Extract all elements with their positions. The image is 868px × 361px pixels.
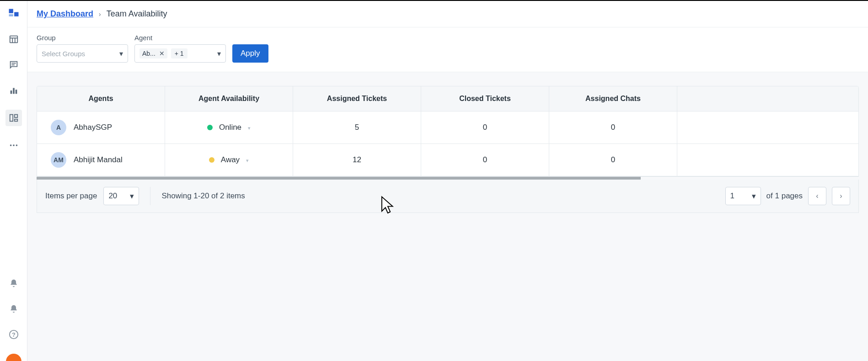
svg-rect-0 [9, 9, 13, 13]
notification-bell-icon-2[interactable] [7, 303, 20, 315]
items-per-page-select[interactable]: 20 [103, 187, 139, 205]
main-content: My Dashboard › Team Availability Group S… [27, 1, 868, 361]
agent-chip-remove[interactable]: ✕ [159, 50, 165, 57]
th-agents: Agents [37, 86, 165, 111]
cell-assigned-chats: 0 [549, 111, 677, 143]
more-nav-icon[interactable] [7, 139, 20, 152]
chevron-left-icon: ‹ [816, 192, 818, 200]
chat-nav-icon[interactable] [7, 58, 20, 71]
svg-text:?: ? [12, 331, 16, 338]
analytics-nav-icon[interactable] [7, 84, 20, 97]
board-nav-icon[interactable] [5, 110, 22, 126]
svg-rect-13 [14, 115, 17, 117]
cell-spacer [677, 111, 858, 143]
agent-chip: Ab... ✕ [139, 48, 167, 58]
svg-point-15 [10, 144, 11, 146]
of-pages-text: of 1 pages [766, 191, 803, 201]
avatar: AM [51, 152, 66, 168]
showing-text: Showing 1-20 of 2 items [161, 191, 245, 201]
help-icon[interactable]: ? [7, 328, 20, 341]
agent-filter-label: Agent [134, 34, 226, 42]
chevron-down-icon [217, 49, 221, 58]
status-select[interactable]: Online [207, 123, 251, 132]
svg-rect-3 [10, 36, 17, 43]
breadcrumb: My Dashboard › Team Availability [27, 1, 868, 27]
divider [150, 187, 150, 205]
next-page-button[interactable]: › [832, 187, 850, 205]
svg-rect-1 [14, 12, 18, 16]
cell-spacer [677, 144, 858, 176]
cell-assigned-tickets: 12 [293, 144, 421, 176]
chevron-right-icon: › [99, 11, 101, 18]
table-row: AM Abhijit Mandal Away 12 0 0 [37, 144, 858, 176]
notification-bell-icon[interactable] [7, 277, 20, 290]
agent-select[interactable]: Ab... ✕ + 1 [134, 44, 226, 63]
table-row: A AbhaySGP Online 5 0 0 [37, 111, 858, 144]
cell-assigned-tickets: 5 [293, 111, 421, 143]
th-availability: Agent Availability [165, 86, 293, 111]
status-select[interactable]: Away [209, 155, 249, 165]
agent-name: Abhijit Mandal [74, 155, 123, 165]
chevron-down-icon [119, 49, 123, 58]
chevron-down-icon [248, 123, 251, 132]
status-label: Away [221, 155, 240, 165]
app-logo-icon[interactable] [7, 7, 20, 20]
cell-availability: Online [165, 111, 293, 143]
breadcrumb-dashboard-link[interactable]: My Dashboard [37, 9, 93, 19]
group-filter-label: Group [37, 34, 128, 42]
agent-chip-extra: + 1 [171, 48, 188, 58]
th-spacer [677, 86, 858, 111]
status-dot-icon [207, 125, 213, 130]
page-number-value: 1 [730, 191, 734, 201]
left-sidebar: ? [0, 1, 27, 361]
svg-rect-11 [15, 90, 17, 94]
svg-rect-10 [13, 88, 15, 94]
chevron-right-icon: › [840, 192, 842, 200]
svg-point-16 [13, 144, 15, 146]
chevron-down-icon [246, 155, 249, 165]
user-avatar-icon[interactable] [6, 354, 21, 361]
agents-table: Agents Agent Availability Assigned Ticke… [37, 86, 859, 177]
cell-closed-tickets: 0 [421, 111, 549, 143]
apply-button[interactable]: Apply [232, 44, 268, 63]
svg-rect-9 [10, 90, 12, 94]
status-label: Online [219, 123, 241, 132]
svg-point-17 [16, 144, 17, 146]
cell-assigned-chats: 0 [549, 144, 677, 176]
chevron-down-icon [130, 191, 134, 201]
agent-chip-text: Ab... [142, 50, 155, 57]
chevron-down-icon [752, 191, 756, 201]
pagination-bar: Items per page 20 Showing 1-20 of 2 item… [37, 180, 859, 213]
group-select-placeholder: Select Groups [42, 50, 85, 58]
agent-filter: Agent Ab... ✕ + 1 [134, 34, 226, 63]
agent-name: AbhaySGP [74, 123, 112, 132]
breadcrumb-current: Team Availability [107, 9, 167, 19]
status-dot-icon [209, 157, 214, 163]
group-select[interactable]: Select Groups [37, 44, 128, 63]
body-area: Agents Agent Availability Assigned Ticke… [27, 72, 868, 361]
avatar: A [51, 120, 66, 135]
th-assigned-chats: Assigned Chats [549, 86, 677, 111]
svg-rect-14 [14, 119, 17, 122]
items-per-page-value: 20 [108, 191, 117, 201]
filter-bar: Group Select Groups Agent Ab... ✕ + 1 Ap… [27, 27, 868, 72]
page-number-select[interactable]: 1 [725, 187, 761, 205]
svg-rect-2 [9, 14, 13, 16]
svg-rect-12 [10, 115, 12, 122]
group-filter: Group Select Groups [37, 34, 128, 63]
th-closed-tickets: Closed Tickets [421, 86, 549, 111]
th-assigned-tickets: Assigned Tickets [293, 86, 421, 111]
cell-agent: A AbhaySGP [37, 111, 165, 143]
cell-agent: AM Abhijit Mandal [37, 144, 165, 176]
cell-closed-tickets: 0 [421, 144, 549, 176]
items-per-page-label: Items per page [45, 191, 97, 201]
cell-availability: Away [165, 144, 293, 176]
table-nav-icon[interactable] [7, 33, 20, 46]
prev-page-button[interactable]: ‹ [808, 187, 826, 205]
table-header: Agents Agent Availability Assigned Ticke… [37, 86, 858, 111]
